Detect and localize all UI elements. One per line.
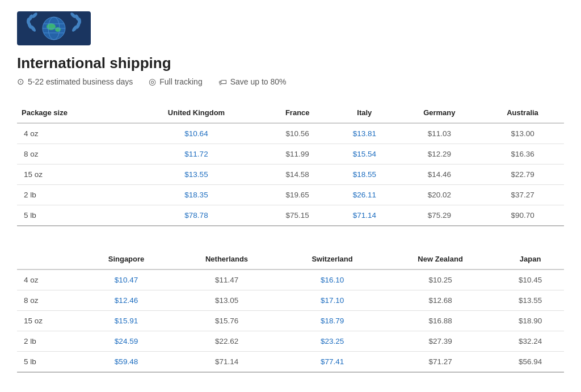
cell-value: $26.11 — [331, 185, 398, 205]
col-netherlands: Netherlands — [173, 249, 280, 269]
tag-icon: 🏷 — [218, 77, 227, 87]
cell-value: $12.46 — [79, 290, 173, 311]
col-japan: Japan — [496, 249, 564, 269]
table-row: 4 oz$10.64$10.56$13.81$11.03$13.00 — [17, 123, 564, 144]
table-row: 8 oz$12.46$13.05$17.10$12.68$13.55 — [17, 290, 564, 311]
cell-value: $20.02 — [398, 185, 481, 205]
target-icon: ◎ — [149, 77, 156, 87]
cell-value: 4 oz — [17, 269, 79, 290]
cell-value: $16.88 — [384, 311, 496, 331]
cell-value: $75.29 — [398, 205, 481, 226]
cell-value: $27.39 — [384, 331, 496, 352]
table-row: 4 oz$10.47$11.47$16.10$10.25$10.45 — [17, 269, 564, 290]
cell-value: $17.10 — [280, 290, 384, 311]
cell-value: $10.25 — [384, 269, 496, 290]
cell-value: $71.27 — [384, 352, 496, 373]
cell-value: 15 oz — [17, 165, 129, 185]
cell-value: $77.41 — [280, 352, 384, 373]
cell-value: $11.47 — [173, 269, 280, 290]
table-row: 5 lb$59.48$71.14$77.41$71.27$56.94 — [17, 352, 564, 373]
table-row: 5 lb$78.78$75.15$71.14$75.29$90.70 — [17, 205, 564, 226]
cell-value: $24.59 — [79, 331, 173, 352]
cell-value: $71.14 — [331, 205, 398, 226]
col-singapore: Singapore — [79, 249, 173, 269]
col-package-size-2 — [17, 249, 79, 269]
cell-value: $78.78 — [129, 205, 263, 226]
cell-value: $90.70 — [481, 205, 564, 226]
table-row: 15 oz$15.91$15.76$18.79$16.88$18.90 — [17, 311, 564, 331]
col-france: France — [264, 103, 331, 123]
meta-tracking-text: Full tracking — [159, 77, 202, 86]
clock-icon: ⊙ — [17, 77, 24, 87]
meta-savings: 🏷 Save up to 80% — [218, 77, 287, 87]
table-row: 2 lb$18.35$19.65$26.11$20.02$37.27 — [17, 185, 564, 205]
cell-value: 5 lb — [17, 205, 129, 226]
svg-point-12 — [47, 23, 56, 30]
cell-value: $37.27 — [481, 185, 564, 205]
cell-value: $13.55 — [129, 165, 263, 185]
cell-value: 8 oz — [17, 144, 129, 165]
cell-value: $13.81 — [331, 123, 398, 144]
cell-value: $10.64 — [129, 123, 263, 144]
cell-value: $16.36 — [481, 144, 564, 165]
cell-value: $11.03 — [398, 123, 481, 144]
col-package-size: Package size — [17, 103, 129, 123]
logo-container — [17, 11, 91, 45]
cell-value: $18.35 — [129, 185, 263, 205]
cell-value: 2 lb — [17, 185, 129, 205]
meta-delivery: ⊙ 5-22 estimated business days — [17, 77, 133, 87]
col-germany: Germany — [398, 103, 481, 123]
cell-value: $18.55 — [331, 165, 398, 185]
cell-value: $15.76 — [173, 311, 280, 331]
table-group-1: Package size United Kingdom France Italy… — [17, 103, 564, 226]
cell-value: $32.24 — [496, 331, 564, 352]
cell-value: $11.72 — [129, 144, 263, 165]
meta-delivery-text: 5-22 estimated business days — [28, 77, 133, 86]
col-italy: Italy — [331, 103, 398, 123]
col-australia: Australia — [481, 103, 564, 123]
cell-value: $75.15 — [264, 205, 331, 226]
table-2-header-row: Singapore Netherlands Switzerland New Ze… — [17, 249, 564, 269]
cell-value: $22.79 — [481, 165, 564, 185]
cell-value: $15.54 — [331, 144, 398, 165]
table-row: 15 oz$13.55$14.58$18.55$14.46$22.79 — [17, 165, 564, 185]
cell-value: $11.99 — [264, 144, 331, 165]
cell-value: $13.00 — [481, 123, 564, 144]
cell-value: $18.90 — [496, 311, 564, 331]
cell-value: $56.94 — [496, 352, 564, 373]
page-title: International shipping — [17, 54, 564, 72]
cell-value: $12.68 — [384, 290, 496, 311]
meta-savings-text: Save up to 80% — [230, 77, 287, 86]
cell-value: 5 lb — [17, 352, 79, 373]
cell-value: $10.45 — [496, 269, 564, 290]
cell-value: $10.56 — [264, 123, 331, 144]
cell-value: 4 oz — [17, 123, 129, 144]
cell-value: $23.25 — [280, 331, 384, 352]
pricing-table-1: Package size United Kingdom France Italy… — [17, 103, 564, 226]
meta-tracking: ◎ Full tracking — [149, 77, 202, 87]
cell-value: $14.58 — [264, 165, 331, 185]
cell-value: 15 oz — [17, 311, 79, 331]
cell-value: $19.65 — [264, 185, 331, 205]
meta-row: ⊙ 5-22 estimated business days ◎ Full tr… — [17, 77, 564, 87]
table-row: 2 lb$24.59$22.62$23.25$27.39$32.24 — [17, 331, 564, 352]
table-row: 8 oz$11.72$11.99$15.54$12.29$16.36 — [17, 144, 564, 165]
col-switzerland: Switzerland — [280, 249, 384, 269]
pricing-table-2: Singapore Netherlands Switzerland New Ze… — [17, 249, 564, 373]
cell-value: $22.62 — [173, 331, 280, 352]
cell-value: 8 oz — [17, 290, 79, 311]
col-new-zealand: New Zealand — [384, 249, 496, 269]
cell-value: $13.55 — [496, 290, 564, 311]
cell-value: $12.29 — [398, 144, 481, 165]
cell-value: $14.46 — [398, 165, 481, 185]
cell-value: $59.48 — [79, 352, 173, 373]
table-group-2: Singapore Netherlands Switzerland New Ze… — [17, 249, 564, 373]
table-1-header-row: Package size United Kingdom France Italy… — [17, 103, 564, 123]
cell-value: $15.91 — [79, 311, 173, 331]
cell-value: $13.05 — [173, 290, 280, 311]
cell-value: $71.14 — [173, 352, 280, 373]
cell-value: $16.10 — [280, 269, 384, 290]
cell-value: $10.47 — [79, 269, 173, 290]
cell-value: 2 lb — [17, 331, 79, 352]
cell-value: $18.79 — [280, 311, 384, 331]
